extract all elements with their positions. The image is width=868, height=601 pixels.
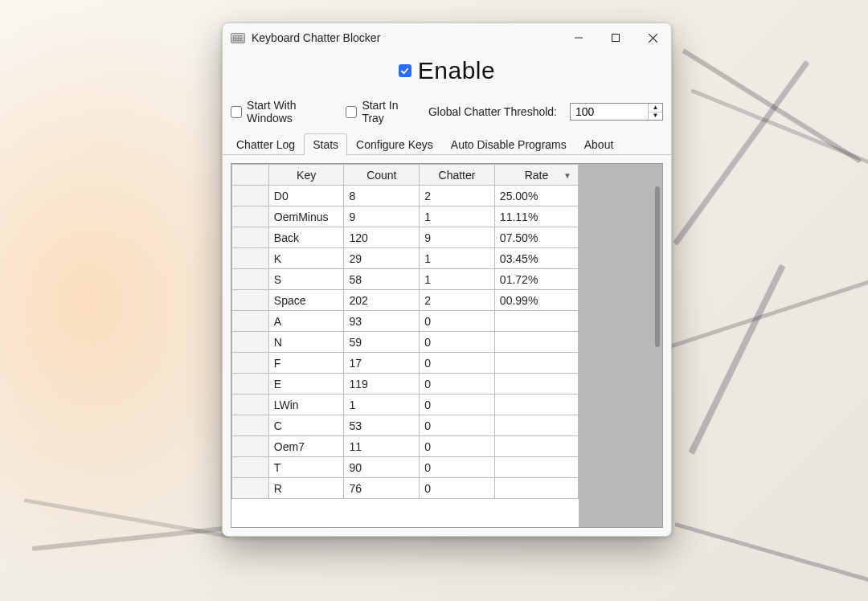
row-header[interactable]: [232, 332, 269, 353]
cell-key[interactable]: Space: [268, 290, 344, 311]
row-header[interactable]: [232, 311, 269, 332]
cell-rate[interactable]: [494, 436, 578, 457]
cell-count[interactable]: 59: [344, 332, 420, 353]
cell-rate[interactable]: 00.99%: [494, 290, 578, 311]
cell-count[interactable]: 93: [344, 311, 420, 332]
cell-count[interactable]: 1: [344, 395, 420, 415]
cell-chatter[interactable]: 1: [420, 248, 495, 269]
cell-rate[interactable]: [494, 395, 578, 415]
cell-chatter[interactable]: 0: [420, 415, 495, 436]
row-header[interactable]: [232, 186, 269, 206]
cell-chatter[interactable]: 0: [420, 374, 495, 395]
cell-rate[interactable]: 01.72%: [494, 269, 578, 290]
table-row[interactable]: A930: [232, 311, 579, 332]
cell-key[interactable]: F: [268, 353, 344, 374]
row-header[interactable]: [232, 353, 269, 374]
cell-count[interactable]: 8: [344, 186, 420, 206]
tab-configure-keys[interactable]: Configure Keys: [347, 133, 442, 155]
cell-count[interactable]: 29: [344, 248, 420, 269]
cell-rate[interactable]: 11.11%: [494, 206, 578, 227]
titlebar[interactable]: Keyboard Chatter Blocker: [223, 23, 671, 52]
scrollbar-thumb[interactable]: [655, 186, 660, 347]
row-header[interactable]: [232, 436, 269, 457]
cell-chatter[interactable]: 2: [420, 186, 495, 206]
cell-count[interactable]: 120: [344, 227, 420, 248]
tab-about[interactable]: About: [575, 133, 623, 155]
stats-grid-scroll[interactable]: Key Count Chatter Rate D08225.00%OemMinu…: [231, 164, 579, 527]
table-row[interactable]: T900: [232, 457, 579, 478]
row-header[interactable]: [232, 248, 269, 269]
cell-chatter[interactable]: 9: [420, 227, 495, 248]
cell-count[interactable]: 53: [344, 415, 420, 436]
cell-chatter[interactable]: 2: [420, 290, 495, 311]
cell-chatter[interactable]: 1: [420, 269, 495, 290]
table-row[interactable]: F170: [232, 353, 579, 374]
cell-chatter[interactable]: 0: [420, 395, 495, 415]
col-header-rate[interactable]: Rate: [494, 165, 578, 186]
cell-count[interactable]: 76: [344, 478, 420, 499]
maximize-button[interactable]: [597, 23, 634, 52]
row-header[interactable]: [232, 290, 269, 311]
cell-rate[interactable]: 03.45%: [494, 248, 578, 269]
row-header[interactable]: [232, 415, 269, 436]
cell-chatter[interactable]: 0: [420, 457, 495, 478]
row-header[interactable]: [232, 227, 269, 248]
enable-checkbox[interactable]: [399, 64, 411, 77]
start-in-tray-checkbox[interactable]: Start In Tray: [346, 99, 419, 125]
cell-count[interactable]: 119: [344, 374, 420, 395]
cell-count[interactable]: 202: [344, 290, 420, 311]
row-header[interactable]: [232, 457, 269, 478]
cell-key[interactable]: A: [268, 311, 344, 332]
close-button[interactable]: [634, 23, 671, 52]
cell-key[interactable]: N: [268, 332, 344, 353]
spinner-up-button[interactable]: ▲: [649, 104, 662, 112]
cell-key[interactable]: T: [268, 457, 344, 478]
tab-stats[interactable]: Stats: [304, 133, 347, 155]
cell-key[interactable]: LWin: [268, 395, 344, 415]
spinner-down-button[interactable]: ▼: [649, 112, 662, 121]
cell-key[interactable]: E: [268, 374, 344, 395]
cell-rate[interactable]: [494, 415, 578, 436]
cell-chatter[interactable]: 0: [420, 353, 495, 374]
table-row[interactable]: Space202200.99%: [232, 290, 579, 311]
cell-count[interactable]: 58: [344, 269, 420, 290]
cell-key[interactable]: S: [268, 269, 344, 290]
cell-chatter[interactable]: 0: [420, 311, 495, 332]
row-header[interactable]: [232, 374, 269, 395]
cell-key[interactable]: C: [268, 415, 344, 436]
table-row[interactable]: S58101.72%: [232, 269, 579, 290]
tab-auto-disable-programs[interactable]: Auto Disable Programs: [442, 133, 575, 155]
row-header[interactable]: [232, 478, 269, 499]
cell-chatter[interactable]: 0: [420, 478, 495, 499]
cell-rate[interactable]: 07.50%: [494, 227, 578, 248]
row-header[interactable]: [232, 269, 269, 290]
cell-chatter[interactable]: 0: [420, 436, 495, 457]
tab-chatter-log[interactable]: Chatter Log: [227, 133, 304, 155]
cell-rate[interactable]: [494, 332, 578, 353]
cell-rate[interactable]: [494, 478, 578, 499]
cell-count[interactable]: 90: [344, 457, 420, 478]
cell-count[interactable]: 11: [344, 436, 420, 457]
cell-count[interactable]: 9: [344, 206, 420, 227]
table-row[interactable]: N590: [232, 332, 579, 353]
global-threshold-spinner[interactable]: ▲ ▼: [570, 103, 663, 121]
cell-key[interactable]: D0: [268, 186, 344, 206]
start-with-windows-checkbox[interactable]: Start With Windows: [231, 99, 338, 125]
cell-rate[interactable]: [494, 374, 578, 395]
cell-rate[interactable]: [494, 457, 578, 478]
cell-chatter[interactable]: 0: [420, 332, 495, 353]
col-header-chatter[interactable]: Chatter: [420, 165, 495, 186]
cell-rate[interactable]: [494, 353, 578, 374]
table-row[interactable]: R760: [232, 478, 579, 499]
row-header-corner[interactable]: [232, 165, 269, 186]
global-threshold-input[interactable]: [571, 104, 648, 120]
cell-key[interactable]: K: [268, 248, 344, 269]
col-header-key[interactable]: Key: [268, 165, 344, 186]
table-row[interactable]: Oem7110: [232, 436, 579, 457]
table-row[interactable]: C530: [232, 415, 579, 436]
cell-key[interactable]: Oem7: [268, 436, 344, 457]
cell-rate[interactable]: [494, 311, 578, 332]
table-row[interactable]: OemMinus9111.11%: [232, 206, 579, 227]
row-header[interactable]: [232, 206, 269, 227]
cell-key[interactable]: R: [268, 478, 344, 499]
